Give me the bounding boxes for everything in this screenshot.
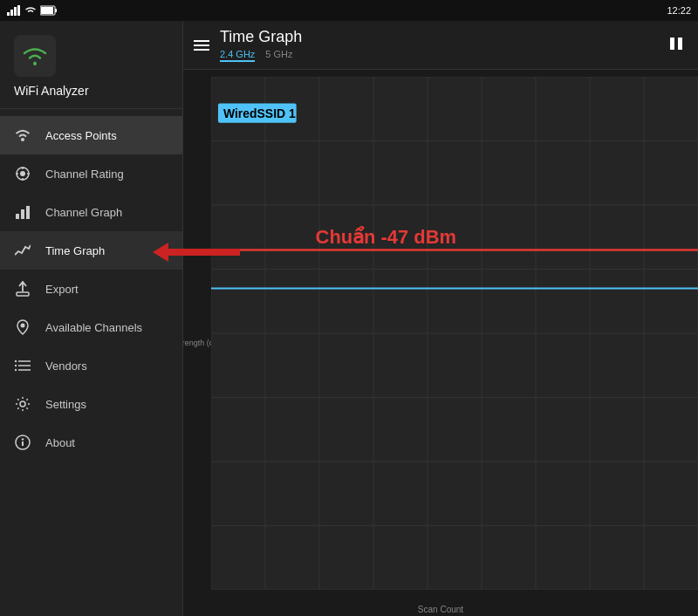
svg-rect-17 (26, 206, 30, 219)
svg-point-30 (22, 438, 24, 440)
app-icon-container (14, 35, 56, 77)
svg-rect-0 (7, 12, 10, 16)
location-icon (14, 318, 31, 336)
svg-rect-32 (670, 38, 674, 50)
app-title: WiFi Analyzer (14, 84, 89, 98)
svg-marker-31 (153, 243, 240, 262)
svg-point-27 (20, 401, 25, 407)
info-icon (14, 434, 31, 451)
app-header: WiFi Analyzer (0, 21, 182, 109)
svg-rect-6 (41, 7, 53, 14)
signal-bars-icon (7, 5, 21, 16)
available-channels-label: Available Channels (45, 321, 142, 334)
svg-rect-15 (16, 214, 19, 219)
sidebar-item-channel-graph[interactable]: Channel Graph (0, 193, 182, 231)
sidebar-item-vendors[interactable]: Vendors (0, 346, 182, 385)
about-label: About (45, 436, 75, 449)
main-panel: Time Graph 2.4 GHz 5 GHz Signal Strength… (183, 0, 698, 616)
export-icon (14, 280, 31, 298)
channel-rating-label: Channel Rating (45, 168, 124, 181)
vendors-label: Vendors (45, 359, 87, 373)
settings-gear-icon (14, 395, 31, 413)
svg-rect-19 (17, 292, 29, 296)
sidebar-item-access-points[interactable]: Access Points (0, 116, 182, 154)
sidebar-item-export[interactable]: Export (0, 270, 182, 308)
app-wifi-icon (21, 44, 49, 68)
page-title: Time Graph (220, 28, 654, 46)
freq-tab-2g[interactable]: 2.4 GHz (220, 48, 255, 62)
sidebar-item-channel-rating[interactable]: Channel Rating (0, 154, 182, 193)
status-bar: 12:22 (0, 0, 698, 21)
svg-point-24 (15, 360, 17, 362)
wifi-status-icon (24, 5, 37, 16)
settings-label: Settings (45, 398, 86, 411)
sidebar-item-settings[interactable]: Settings (0, 385, 182, 423)
battery-icon (40, 5, 58, 16)
hamburger-menu-button[interactable] (194, 40, 209, 51)
status-time: 12:22 (667, 5, 691, 16)
line-chart-icon (14, 242, 31, 259)
chart-svg: -20 -30 -40 -50 -60 -70 -80 -90 48 50 (211, 77, 698, 590)
channel-graph-label: Channel Graph (45, 206, 122, 219)
freq-tab-5g[interactable]: 5 GHz (265, 48, 292, 62)
list-icon (14, 357, 31, 374)
nav-menu: Access Points Channel Rating (0, 109, 182, 616)
svg-rect-2 (14, 7, 17, 16)
export-label: Export (45, 283, 79, 296)
svg-rect-3 (17, 5, 20, 16)
svg-text:Chuẩn -47 dBm: Chuẩn -47 dBm (316, 225, 456, 247)
main-header: Time Graph 2.4 GHz 5 GHz (183, 21, 698, 70)
svg-point-7 (33, 62, 37, 65)
header-title-group: Time Graph 2.4 GHz 5 GHz (220, 28, 654, 62)
svg-rect-5 (55, 9, 57, 12)
sidebar-item-about[interactable]: About (0, 423, 182, 462)
sidebar: WiFi Analyzer Access Points (0, 0, 183, 616)
bar-chart-icon (14, 203, 31, 221)
chart-container: Signal Strength (dBm) -20 -30 -40 -50 (183, 70, 698, 616)
status-icons-left (7, 5, 58, 16)
svg-point-20 (21, 324, 25, 328)
svg-point-8 (21, 138, 24, 141)
time-display: 12:22 (667, 5, 691, 16)
svg-point-25 (15, 365, 17, 366)
svg-rect-16 (21, 209, 24, 219)
svg-text:WiredSSID 1: WiredSSID 1 (223, 106, 296, 120)
x-axis-label: Scan Count (418, 605, 463, 614)
svg-point-26 (15, 369, 17, 371)
sidebar-item-available-channels[interactable]: Available Channels (0, 308, 182, 346)
svg-point-10 (20, 171, 25, 176)
red-arrow (153, 240, 240, 264)
svg-rect-1 (10, 10, 13, 16)
frequency-tabs: 2.4 GHz 5 GHz (220, 48, 654, 62)
pause-button[interactable] (665, 32, 688, 58)
wifi-nav-icon (14, 127, 31, 144)
star-icon (14, 165, 31, 182)
arrow-indicator (153, 240, 240, 264)
access-points-label: Access Points (45, 129, 117, 142)
pause-icon (668, 36, 684, 51)
svg-rect-33 (678, 38, 682, 50)
time-graph-label: Time Graph (45, 244, 105, 257)
